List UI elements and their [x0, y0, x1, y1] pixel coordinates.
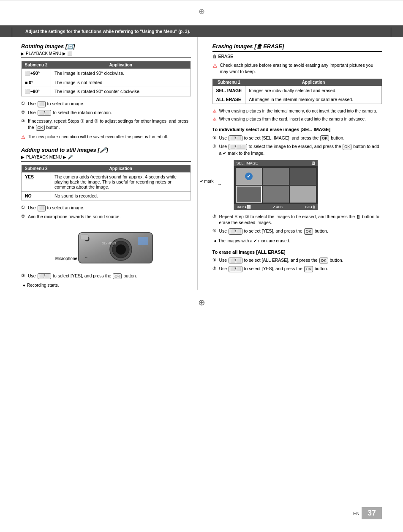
- erasing-title: Erasing images [🗑 ERASE]: [212, 43, 382, 49]
- rotating-row1-sub: ⬜+90°: [22, 69, 51, 78]
- all-erase-steps: ① Use ⬜/⬜ to select [ALL ERASE], and pre…: [212, 257, 382, 272]
- adding-sound-table: Submenu 2 Application YES The camera add…: [21, 165, 191, 200]
- footer: EN 37: [0, 507, 403, 519]
- footer-ok: ✔●OK: [273, 205, 283, 209]
- table-row: YES The camera adds (records) sound for …: [22, 173, 191, 192]
- svg-text:OLYMPUS: OLYMPUS: [102, 242, 116, 245]
- list-item: ② Use ⬜/⬜⬜ to select the image to be era…: [212, 143, 382, 156]
- button-icon: OK: [343, 144, 351, 150]
- sel-image-heading: To individually select and erase images …: [212, 126, 382, 132]
- mic-arrow-icon: ←: [84, 255, 88, 259]
- v-mark-note: ● The images with a ✔ mark are erased.: [212, 238, 382, 244]
- thumbnail-1: ✓: [236, 168, 262, 185]
- adding-sound-title: Adding sound to still images [🎤]: [21, 147, 191, 153]
- sel-image-steps-2: ③ Repeat Step ② to select the images to …: [212, 214, 382, 235]
- rotating-steps: ① Use ⬜ to select an image. ② Use ⬜/⬜ to…: [21, 101, 191, 131]
- step-num: ①: [212, 135, 216, 141]
- v-mark-label: ✔ mark: [200, 179, 214, 184]
- svg-rect-7: [138, 237, 148, 245]
- list-item: ④ Use ⬜/⬜ to select [YES], and press the…: [212, 228, 382, 235]
- recording-note: ● Recording starts.: [21, 282, 191, 288]
- thumbnail-2: [263, 168, 289, 185]
- left-column: Rotating images [🔄] ▶ PLAYBACK MENU ▶ ⬜ …: [21, 37, 198, 290]
- adding-sound-subtitle: ▶ PLAYBACK MENU ▶ 🎤: [21, 155, 191, 162]
- table-row: SEL. IMAGE Images are individually selec…: [212, 86, 382, 95]
- bullet-dot-icon: ●: [214, 238, 217, 244]
- rotating-subtitle: ▶ PLAYBACK MENU ▶ ⬜: [21, 51, 191, 58]
- list-item: ③ Use ⬜/⬜ to select [YES], and press the…: [21, 273, 191, 280]
- sel-image-thumbnail-box: SEL. IMAGE 🖼 ✓: [234, 160, 318, 210]
- erase-col2-header: Application: [245, 79, 382, 86]
- rotating-col1-header: Submenu 2: [22, 61, 51, 69]
- sel-image-section: To individually select and erase images …: [212, 126, 382, 244]
- button-icon: ⬜: [38, 205, 46, 211]
- microphone-diagram: OLYMPUS Microphone ←: [21, 224, 191, 269]
- list-item: ③ If necessary, repeat Steps ① and ② to …: [21, 118, 191, 131]
- table-row: ⬜–90° The image is rotated 90° counter-c…: [22, 87, 191, 96]
- button-icon: OK: [319, 258, 328, 264]
- step-num: ②: [21, 110, 25, 115]
- erase-row2-sub: ALL ERASE: [212, 95, 245, 104]
- crosshair-top-icon: ⊕: [199, 7, 205, 16]
- warn-icon: ⚠: [212, 63, 218, 69]
- list-item: ② Use ⬜/⬜ to select [YES], and press the…: [212, 266, 382, 272]
- button-icon: ⬜/⬜⬜: [229, 144, 247, 150]
- check-circle-icon: ✓: [245, 173, 253, 180]
- erase-col1-header: Submenu 1: [212, 79, 245, 86]
- button-icon: ⬜/⬜: [229, 258, 242, 264]
- erase-divider: [212, 51, 382, 52]
- rotating-section: Rotating images [🔄] ▶ PLAYBACK MENU ▶ ⬜ …: [21, 43, 191, 140]
- erasing-table: Submenu 1 Application SEL. IMAGE Images …: [212, 79, 382, 104]
- list-item: ③ Repeat Step ② to select the images to …: [212, 214, 382, 226]
- page-number: 37: [362, 507, 382, 519]
- sound-row1-sub: YES: [22, 173, 51, 192]
- erasing-title-text: Erasing images [🗑 ERASE]: [212, 43, 284, 49]
- rotating-row2-sub: ■ 0°: [22, 78, 51, 87]
- list-item: ① Use ⬜ to select an image.: [21, 101, 191, 107]
- sound-steps: ① Use ⬜ to select an image. ② Aim the mi…: [21, 205, 191, 219]
- rotating-table: Submenu 2 Application ⬜+90° The image is…: [21, 61, 191, 96]
- crosshair-bottom-icon: ⊕: [198, 297, 205, 307]
- page-en-label: EN: [353, 511, 359, 516]
- rotating-col2-header: Application: [51, 61, 191, 69]
- rotating-row3-app: The image is rotated 90° counter-clockwi…: [51, 87, 191, 96]
- camera-svg: OLYMPUS: [55, 224, 157, 269]
- adding-sound-title-text: Adding sound to still images [🎤]: [21, 147, 108, 153]
- step-num: ②: [21, 214, 25, 219]
- list-item: ① Use ⬜/⬜ to select [SEL. IMAGE], and pr…: [212, 135, 382, 142]
- menu-icon: ▶: [21, 155, 25, 159]
- step-num: ③: [21, 273, 25, 279]
- warn-icon: ⚠: [212, 108, 217, 115]
- sound-steps-2: ③ Use ⬜/⬜ to select [YES], and press the…: [21, 273, 191, 280]
- rotating-row3-sub: ⬜–90°: [22, 87, 51, 96]
- sel-image-footer: BACK●⬜ ✔●OK GO●🗑: [234, 204, 318, 210]
- button-icon: ⬜: [38, 101, 46, 107]
- sound-col1-header: Submenu 2: [22, 165, 51, 173]
- all-erase-heading: To erase all images [ALL ERASE]: [212, 249, 382, 255]
- main-content: Rotating images [🔄] ▶ PLAYBACK MENU ▶ ⬜ …: [0, 37, 403, 290]
- thumbnail-4: [236, 186, 262, 203]
- erase-note-2: ⚠ When erasing pictures from the card, i…: [212, 116, 382, 122]
- sound-row1-app: The camera adds (records) sound for appr…: [51, 173, 191, 192]
- footer-back: BACK●⬜: [236, 205, 251, 209]
- list-item: ② Use ⬜/⬜ to select the rotation directi…: [21, 110, 191, 116]
- step-num: ②: [212, 266, 216, 271]
- sound-col2-header: Application: [51, 165, 191, 173]
- thumbnail-5: [263, 186, 289, 203]
- svg-point-4: [116, 244, 126, 255]
- table-row: NO No sound is recorded.: [22, 192, 191, 200]
- sel-image-steps: ① Use ⬜/⬜ to select [SEL. IMAGE], and pr…: [212, 135, 382, 156]
- table-row: ⬜+90° The image is rotated 90° clockwise…: [22, 69, 191, 78]
- rotating-title-text: Rotating images [🔄]: [21, 43, 75, 49]
- button-icon: ⬜/⬜: [38, 273, 52, 280]
- sound-row2-sub: NO: [22, 192, 51, 200]
- menu-icon: ▶: [21, 52, 24, 56]
- button-icon: OK: [36, 125, 45, 131]
- sound-row2-app: No sound is recorded.: [51, 192, 191, 200]
- list-item: ① Use ⬜ to select an image.: [21, 205, 191, 211]
- button-icon: OK: [113, 273, 122, 280]
- v-mark-arrow-icon: →: [218, 182, 222, 186]
- erase-warning: ⚠ Check each picture before erasing to a…: [212, 62, 382, 74]
- thumbnail-grid: ✓: [234, 166, 318, 204]
- right-column: Erasing images [🗑 ERASE] 🗑 ERASE ⚠ Check…: [210, 37, 382, 290]
